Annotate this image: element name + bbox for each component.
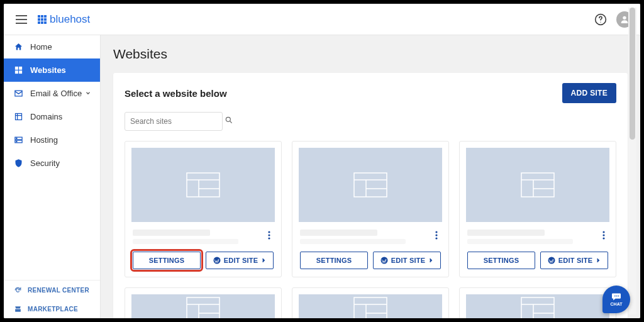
site-name-placeholder — [467, 230, 545, 236]
sidebar-footer-label: MARKETPLACE — [28, 306, 78, 313]
site-thumbnail[interactable] — [466, 294, 609, 318]
svg-rect-18 — [354, 173, 387, 197]
svg-point-25 — [602, 234, 604, 236]
search-icon — [225, 116, 233, 127]
svg-point-15 — [268, 234, 270, 236]
marketplace-icon — [13, 305, 23, 313]
wordpress-icon — [548, 257, 555, 264]
chat-label: CHAT — [611, 302, 623, 306]
chat-icon — [611, 292, 622, 301]
settings-button[interactable]: SETTINGS — [133, 252, 201, 269]
sidebar-item-label: Home — [30, 42, 52, 52]
edit-site-button[interactable]: EDIT SITE — [206, 252, 274, 269]
chevron-right-icon — [596, 258, 601, 263]
sidebar-item-label: Security — [30, 158, 60, 168]
site-name-placeholder — [133, 230, 210, 236]
site-card — [125, 287, 282, 318]
sidebar-item-label: Hosting — [30, 135, 58, 145]
page-title: Websites — [113, 47, 628, 62]
sidebar-item-label: Domains — [30, 112, 62, 121]
menu-toggle[interactable] — [11, 9, 31, 30]
svg-rect-3 — [14, 67, 18, 70]
main-content: Websites Select a website below ADD SITE — [101, 35, 640, 318]
site-url-placeholder — [133, 239, 238, 244]
top-bar: bluehost — [4, 4, 640, 35]
shield-icon — [13, 158, 24, 169]
svg-rect-28 — [187, 297, 219, 318]
site-card — [459, 287, 616, 318]
sidebar-item-domains[interactable]: Domains — [4, 105, 100, 128]
sidebar-footer-renewal[interactable]: RENEWAL CENTER — [4, 280, 100, 299]
panel-subtitle: Select a website below — [125, 88, 227, 99]
svg-point-31 — [614, 296, 616, 297]
svg-point-32 — [616, 296, 618, 297]
svg-point-12 — [226, 117, 230, 121]
sidebar-item-email[interactable]: Email & Office — [4, 82, 100, 105]
search-sites[interactable] — [125, 112, 223, 131]
brand-logo[interactable]: bluehost — [38, 13, 90, 26]
site-thumbnail[interactable] — [131, 148, 275, 222]
chevron-right-icon — [428, 258, 433, 263]
sidebar-item-label: Email & Office — [30, 89, 82, 98]
add-site-button[interactable]: ADD SITE — [562, 83, 616, 103]
svg-rect-6 — [19, 70, 22, 74]
svg-point-11 — [16, 141, 16, 142]
chevron-right-icon — [261, 258, 266, 263]
chevron-down-icon — [85, 89, 91, 98]
site-thumbnail[interactable] — [131, 294, 275, 318]
svg-point-20 — [435, 234, 437, 236]
sidebar-item-home[interactable]: Home — [4, 35, 100, 58]
site-thumbnail[interactable] — [466, 148, 609, 222]
svg-point-14 — [268, 231, 270, 233]
svg-point-24 — [602, 231, 604, 233]
svg-point-10 — [16, 138, 16, 138]
card-menu-button[interactable] — [262, 228, 276, 242]
svg-point-16 — [268, 237, 270, 239]
websites-panel: Select a website below ADD SITE — [113, 73, 628, 318]
svg-rect-29 — [354, 297, 387, 318]
svg-point-21 — [435, 237, 437, 239]
sidebar-item-security[interactable]: Security — [4, 152, 100, 175]
help-button[interactable] — [591, 10, 610, 29]
site-card — [292, 287, 449, 318]
svg-point-26 — [602, 237, 604, 239]
renewal-icon — [13, 286, 23, 294]
svg-rect-23 — [521, 173, 554, 197]
sidebar-item-websites[interactable]: Websites — [4, 58, 100, 82]
card-menu-button[interactable] — [597, 228, 611, 242]
settings-button[interactable]: SETTINGS — [300, 252, 368, 269]
svg-point-1 — [600, 21, 601, 22]
hosting-icon — [13, 135, 24, 146]
site-thumbnail[interactable] — [299, 148, 442, 222]
site-card: SETTINGS EDIT SITE — [459, 141, 616, 277]
site-name-placeholder — [300, 230, 377, 236]
edit-site-button[interactable]: EDIT SITE — [373, 252, 441, 269]
site-card: SETTINGS EDIT SITE — [125, 141, 282, 277]
svg-rect-4 — [19, 67, 22, 70]
scrollbar-track[interactable] — [628, 8, 636, 314]
site-thumbnail[interactable] — [299, 294, 442, 318]
site-url-placeholder — [467, 239, 573, 244]
wordpress-icon — [380, 257, 388, 264]
home-icon — [13, 42, 24, 53]
sidebar: Home Websites Email & Office Domains — [4, 35, 101, 318]
svg-point-19 — [435, 231, 437, 233]
site-card: SETTINGS EDIT SITE — [292, 141, 449, 277]
brand-name: bluehost — [50, 13, 90, 26]
scrollbar-thumb[interactable] — [630, 8, 635, 140]
card-menu-button[interactable] — [430, 228, 443, 242]
chat-widget[interactable]: CHAT — [602, 286, 630, 313]
sidebar-footer-marketplace[interactable]: MARKETPLACE — [4, 299, 100, 318]
websites-icon — [13, 65, 24, 76]
wordpress-icon — [213, 257, 221, 264]
search-input[interactable] — [130, 117, 225, 126]
svg-rect-7 — [15, 114, 21, 120]
svg-rect-13 — [187, 173, 219, 197]
settings-button[interactable]: SETTINGS — [467, 252, 535, 269]
svg-point-33 — [618, 296, 619, 297]
site-url-placeholder — [300, 239, 406, 244]
email-icon — [13, 88, 24, 99]
edit-site-button[interactable]: EDIT SITE — [540, 252, 608, 269]
sidebar-item-hosting[interactable]: Hosting — [4, 128, 100, 152]
sidebar-footer-label: RENEWAL CENTER — [28, 287, 89, 294]
